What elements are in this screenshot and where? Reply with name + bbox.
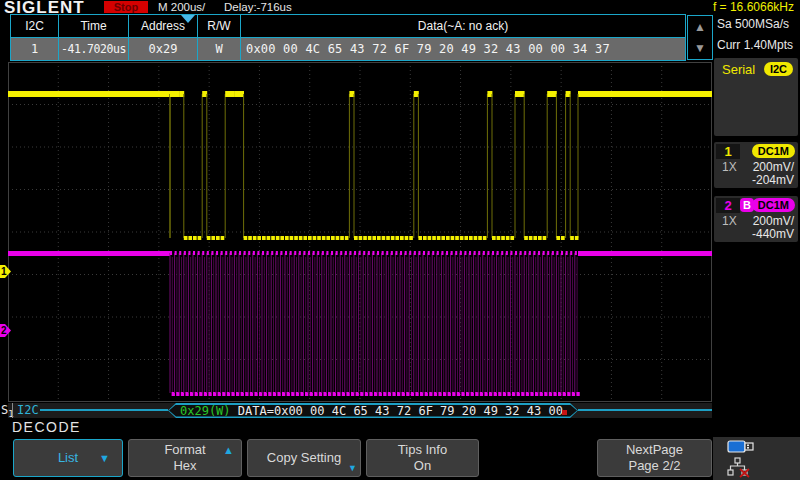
waveform-area[interactable]	[8, 62, 712, 402]
menu-next-page-value: Page 2/2	[628, 458, 680, 474]
chevron-down-icon: ▼	[348, 464, 357, 473]
bus-divider	[12, 403, 13, 418]
menu-next-page-label: NextPage	[626, 442, 683, 458]
menu-next-page-button[interactable]: NextPage Page 2/2	[597, 439, 712, 477]
decode-frame-address: 0x29(W)	[180, 404, 231, 418]
cell-data: 0x00 00 4C 65 43 72 6F 79 20 49 32 43 00…	[241, 38, 685, 60]
menu-tips-info-button[interactable]: Tips Info On	[366, 439, 479, 477]
channel2-offset: -440mV	[752, 227, 794, 241]
cell-index: 1	[11, 38, 59, 60]
sample-rate-readout: Sa 500MSa/s	[717, 17, 789, 31]
cell-rw: W	[198, 38, 241, 60]
trigger-delay-readout: Delay:-716us	[224, 1, 292, 13]
channel1-info-box[interactable]: 1 DC1M 1X 200mV/ -204mV	[714, 142, 798, 188]
menu-copy-setting-label: Copy Setting	[267, 450, 341, 466]
decode-frame: 0x29(W) DATA=0x00 00 4C 65 43 72 6F 79 2…	[168, 403, 578, 418]
waveform-plot	[8, 62, 712, 402]
lan-disconnected-icon	[728, 458, 749, 477]
timebase-readout: M 200us/	[158, 1, 205, 13]
channel2-scale: 200mV/	[753, 214, 794, 228]
run-state-badge: Stop	[104, 1, 148, 13]
menu-format-label: Format	[164, 442, 205, 458]
chevron-up-icon: ▲	[223, 445, 234, 456]
channel2-probe: 1X	[722, 214, 737, 228]
decode-frame-payload: DATA=0x00 00 4C 65 43 72 6F 79 20 49 32 …	[231, 404, 563, 418]
scroll-down-button[interactable]: ▼	[688, 38, 712, 60]
channel2-info-box[interactable]: 2 B DC1M 1X 200mV/ -440mV	[714, 196, 798, 242]
menu-list-button[interactable]: List ▼	[13, 439, 123, 477]
status-icon-panel	[713, 437, 800, 480]
chevron-down-icon: ▼	[99, 453, 110, 464]
menu-tips-info-label: Tips Info	[398, 442, 447, 458]
header-time: Time	[59, 15, 129, 37]
decode-table-header: I2C Time Address R/W Data(~A: no ack)	[11, 15, 685, 38]
channel2-number: 2	[716, 198, 740, 213]
trigger-position-marker[interactable]	[181, 15, 195, 23]
cell-time: -41.7020us	[59, 38, 129, 60]
menu-format-value: Hex	[173, 458, 196, 474]
frequency-counter: f = 16.6066kHz	[713, 0, 794, 14]
menu-copy-setting-button[interactable]: Copy Setting ▼	[247, 439, 361, 477]
scroll-up-button[interactable]: ▲	[688, 16, 712, 38]
scroll-up-icon: ▲	[694, 21, 706, 33]
usb-icon	[728, 441, 753, 452]
channel2-coupling-badge: DC1M	[752, 198, 795, 212]
bus-idle-line-left	[40, 409, 168, 411]
menu-tips-info-value: On	[414, 458, 431, 474]
scroll-down-icon: ▼	[694, 42, 706, 54]
cell-address: 0x29	[129, 38, 198, 60]
stop-bit-icon	[562, 410, 567, 415]
menu-list-label: List	[58, 450, 78, 466]
decode-list-table: I2C Time Address R/W Data(~A: no ack) 1 …	[10, 14, 686, 61]
header-protocol: I2C	[11, 15, 59, 37]
oscilloscope-screen: SIGLENT Stop M 200us/ Delay:-716us f = 1…	[0, 0, 800, 480]
bus-idle-line-right	[578, 409, 712, 411]
channel1-coupling-badge: DC1M	[752, 144, 795, 158]
header-data: Data(~A: no ack)	[241, 15, 685, 37]
header-rw: R/W	[198, 15, 241, 37]
page-title: DECODE	[12, 419, 81, 435]
serial-status-panel[interactable]: Serial I2C	[714, 58, 798, 136]
serial-label: Serial	[722, 62, 755, 77]
bus-protocol-label: I2C	[17, 403, 39, 418]
channel1-offset: -204mV	[752, 173, 794, 187]
table-row[interactable]: 1 -41.7020us 0x29 W 0x00 00 4C 65 43 72 …	[11, 38, 685, 61]
menu-format-button[interactable]: Format Hex ▲	[128, 439, 242, 477]
serial-mode-badge: I2C	[764, 62, 793, 76]
memory-depth-readout: Curr 1.40Mpts	[717, 38, 793, 52]
table-scrollbar: ▲ ▼	[687, 15, 713, 60]
channel1-number: 1	[716, 144, 740, 159]
channel1-probe: 1X	[722, 160, 737, 174]
decode-bus-strip: S1 I2C 0x29(W) DATA=0x00 00 4C 65 43 72 …	[8, 403, 712, 418]
channel1-scale: 200mV/	[753, 160, 794, 174]
